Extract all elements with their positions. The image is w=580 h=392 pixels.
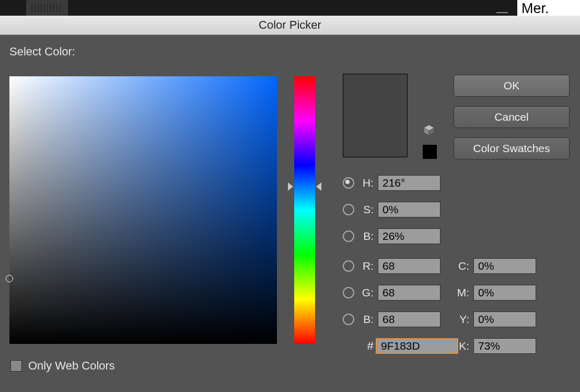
ok-button[interactable]: OK: [454, 75, 570, 97]
cancel-button[interactable]: Cancel: [454, 106, 570, 128]
saturation-radio[interactable]: [343, 204, 354, 215]
cyan-label: C:: [456, 260, 469, 272]
green-input[interactable]: [378, 285, 440, 301]
color-picker-dialog: Color Picker Select Color: OK Cancel Col…: [0, 16, 580, 392]
dialog-title: Color Picker: [0, 16, 580, 35]
magenta-label: M:: [456, 286, 469, 299]
select-color-heading: Select Color:: [9, 45, 75, 59]
only-web-colors-label: Only Web Colors: [28, 359, 115, 373]
brightness-label: B:: [360, 230, 374, 243]
red-radio[interactable]: [343, 260, 354, 272]
yellow-label: Y:: [456, 313, 469, 326]
hex-row: #: [343, 337, 458, 355]
hue-input[interactable]: [378, 175, 440, 191]
only-web-colors-option[interactable]: Only Web Colors: [10, 359, 115, 373]
cube-3d-icon: [423, 124, 435, 136]
color-swatches-button[interactable]: Color Swatches: [454, 137, 570, 159]
hue-radio[interactable]: [343, 177, 354, 189]
green-row: G:: [343, 284, 440, 302]
saturation-row: S:: [343, 201, 440, 218]
hex-radio-placeholder: [343, 340, 354, 352]
hue-label: H:: [360, 177, 374, 189]
only-web-colors-checkbox[interactable]: [10, 360, 22, 372]
green-label: G:: [360, 286, 374, 299]
black-label: K:: [456, 340, 469, 352]
dialog-body: Select Color: OK Cancel Color Swatches H…: [0, 34, 580, 392]
sv-brightness-layer: [9, 76, 277, 344]
hue-slider[interactable]: [294, 76, 315, 344]
brightness-input[interactable]: [378, 228, 440, 244]
magenta-row: M:: [456, 284, 536, 302]
green-radio[interactable]: [343, 287, 354, 298]
black-input[interactable]: [473, 338, 536, 354]
saturation-input[interactable]: [378, 202, 440, 217]
panel-grip-icon: [26, 0, 68, 16]
saturation-label: S:: [360, 203, 374, 216]
hex-input[interactable]: [376, 338, 458, 354]
black-row: K:: [456, 337, 536, 355]
blue-input[interactable]: [378, 312, 440, 327]
cyan-input[interactable]: [473, 258, 536, 274]
blue-label: B:: [360, 313, 374, 326]
brightness-row: B:: [343, 227, 440, 245]
hue-row: H:: [343, 174, 440, 192]
background-corner-text: Mer.: [517, 0, 580, 17]
red-input[interactable]: [378, 258, 440, 274]
magenta-input[interactable]: [473, 285, 536, 301]
yellow-row: Y:: [456, 310, 536, 328]
blue-radio[interactable]: [343, 314, 354, 325]
saturation-brightness-field[interactable]: [9, 76, 277, 344]
yellow-input[interactable]: [473, 312, 536, 327]
hex-hash-label: #: [360, 339, 374, 353]
cyan-row: C:: [456, 257, 536, 275]
red-label: R:: [360, 260, 374, 272]
hue-arrow-left-icon: [288, 182, 293, 191]
new-color-swatch: [343, 74, 408, 157]
hue-arrow-right-icon: [316, 182, 321, 191]
red-row: R:: [343, 257, 440, 275]
brightness-radio[interactable]: [343, 230, 354, 242]
blue-row: B:: [343, 310, 440, 328]
app-chrome-strip: [0, 0, 580, 16]
previous-color-swatch[interactable]: [423, 145, 437, 159]
